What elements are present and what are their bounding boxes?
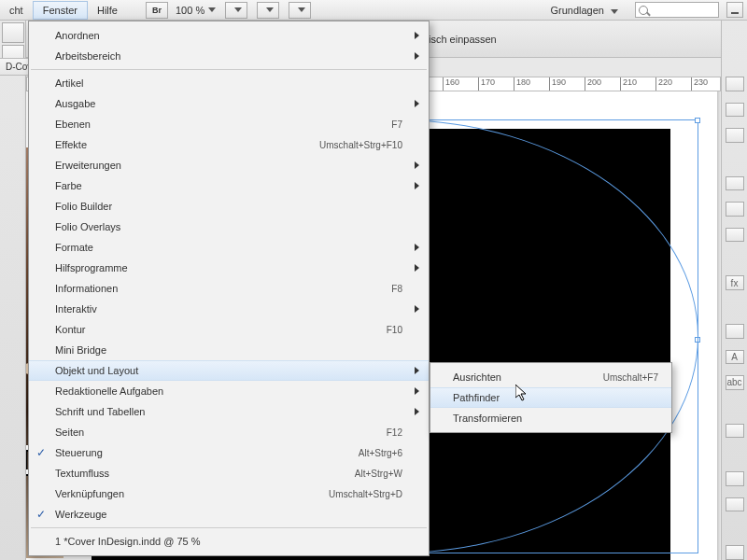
menu-item-label: Folio Overlays xyxy=(55,221,402,232)
menu-item-label: Ebenen xyxy=(55,119,391,130)
menu-shortcut: Umschalt+F7 xyxy=(603,372,658,383)
menu-item-label: Informationen xyxy=(55,283,391,294)
menu-item[interactable]: KonturF10 xyxy=(29,319,429,340)
ruler-tick: 210 xyxy=(620,77,637,91)
paragraph-panel-icon[interactable] xyxy=(726,324,744,339)
minimize-button[interactable] xyxy=(726,2,743,18)
color-panel-icon[interactable] xyxy=(726,202,744,217)
align-panel-icon[interactable] xyxy=(726,471,744,486)
menu-item[interactable]: Arbeitsbereich xyxy=(29,46,429,66)
submenu-item-label: Pathfinder xyxy=(453,392,658,403)
swatches-panel-icon[interactable] xyxy=(726,228,744,243)
menu-item[interactable]: Interaktiv xyxy=(29,299,429,319)
submenu-arrow-icon xyxy=(415,161,419,169)
pathfinder-panel-icon[interactable] xyxy=(726,497,744,512)
menu-item[interactable]: Schrift und Tabellen xyxy=(29,401,429,422)
screen-mode-button[interactable] xyxy=(225,2,247,19)
menu-item-label: Verknüpfungen xyxy=(55,488,329,499)
check-icon: ✓ xyxy=(36,446,46,459)
menu-item[interactable]: Anordnen xyxy=(29,25,429,46)
menu-item[interactable]: 1 *Cover InDesign.indd @ 75 % xyxy=(29,531,429,552)
glyphs-panel-icon[interactable]: abc xyxy=(726,375,744,390)
search-icon xyxy=(639,6,648,15)
character-panel-icon[interactable]: A xyxy=(726,350,744,365)
menu-item[interactable]: SeitenF12 xyxy=(29,422,429,442)
resize-handle[interactable] xyxy=(695,118,700,123)
submenu-arrow-icon xyxy=(415,264,419,272)
tool-button[interactable] xyxy=(2,22,24,43)
menu-item-label: Effekte xyxy=(55,139,319,150)
ruler-tick: 200 xyxy=(585,77,601,91)
tools-panel xyxy=(0,21,26,560)
view-options-button[interactable] xyxy=(289,2,311,19)
menu-item-label: Mini Bridge xyxy=(55,344,402,356)
ruler-tick: 220 xyxy=(655,77,672,91)
chevron-down-icon xyxy=(266,7,274,12)
stroke-panel-icon[interactable] xyxy=(726,176,744,191)
menu-shortcut: Umschalt+Strg+D xyxy=(329,489,402,499)
menu-item-label: Artikel xyxy=(55,77,402,89)
submenu-arrow-icon xyxy=(415,32,419,39)
menu-item[interactable]: Erweiterungen xyxy=(29,155,429,175)
submenu-item[interactable]: AusrichtenUmschalt+F7 xyxy=(430,367,671,387)
menu-item-label: 1 *Cover InDesign.indd @ 75 % xyxy=(55,536,402,547)
menu-item[interactable]: Ausgabe xyxy=(29,93,429,114)
menu-item-fenster[interactable]: Fenster xyxy=(33,1,88,20)
ruler-tick: 180 xyxy=(514,77,530,91)
fenster-menu: AnordnenArbeitsbereichArtikelAusgabeEben… xyxy=(28,21,430,556)
submenu-item-label: Ausrichten xyxy=(453,371,603,383)
menu-item[interactable]: InformationenF8 xyxy=(29,278,429,299)
menu-item[interactable]: Artikel xyxy=(29,73,429,93)
menu-shortcut: F8 xyxy=(391,284,402,294)
menu-item-label: Kontur xyxy=(55,324,387,335)
pages-panel-icon[interactable] xyxy=(726,77,744,91)
check-icon: ✓ xyxy=(36,508,46,521)
effects-panel-icon[interactable]: fx xyxy=(726,275,744,290)
chevron-down-icon xyxy=(234,7,242,12)
menu-item-label: Textumfluss xyxy=(55,468,355,479)
menu-item[interactable]: Objekt und Layout xyxy=(29,360,429,381)
ruler-tick: 230 xyxy=(691,77,708,91)
submenu-item[interactable]: Transformieren xyxy=(430,408,671,428)
menu-item[interactable]: Formate xyxy=(29,237,429,258)
object-styles-panel-icon[interactable] xyxy=(726,424,744,439)
menu-item[interactable]: Hilfsprogramme xyxy=(29,258,429,278)
menu-item-label: Formate xyxy=(55,242,402,253)
menu-item[interactable]: VerknüpfungenUmschalt+Strg+D xyxy=(29,483,429,504)
zoom-picker[interactable]: 100 % xyxy=(176,5,216,16)
menu-item-label: Ausgabe xyxy=(55,98,402,109)
arrange-docs-button[interactable] xyxy=(257,2,279,19)
menu-item-label: Schrift und Tabellen xyxy=(55,406,402,417)
ruler-tick: 160 xyxy=(443,77,459,91)
menu-shortcut: F10 xyxy=(387,325,402,335)
ruler-tick: 190 xyxy=(549,77,566,91)
menu-item[interactable]: Folio Overlays xyxy=(29,217,429,237)
menu-item[interactable]: EbenenF7 xyxy=(29,114,429,134)
chevron-down-icon xyxy=(298,7,305,12)
menu-item[interactable]: Redaktionelle Aufgaben xyxy=(29,381,429,401)
bridge-button[interactable]: Br xyxy=(146,2,168,19)
menu-item-hilfe[interactable]: Hilfe xyxy=(88,2,127,19)
menu-item[interactable]: ✓Werkzeuge xyxy=(29,504,429,525)
menu-item[interactable]: ✓SteuerungAlt+Strg+6 xyxy=(29,442,429,463)
layers-panel-icon[interactable] xyxy=(726,103,744,118)
workspace-switcher[interactable]: Grundlagen xyxy=(543,3,626,18)
menu-item-truncated[interactable]: cht xyxy=(0,2,33,19)
submenu-item[interactable]: Pathfinder xyxy=(430,387,671,408)
submenu-arrow-icon xyxy=(415,408,419,415)
menu-item-label: Arbeitsbereich xyxy=(55,50,402,62)
panel-icon[interactable] xyxy=(726,545,744,560)
search-input[interactable] xyxy=(635,2,719,18)
menu-item[interactable]: EffekteUmschalt+Strg+F10 xyxy=(29,134,429,155)
menu-item-label: Werkzeuge xyxy=(55,509,402,520)
menu-item[interactable]: Farbe xyxy=(29,175,429,196)
menu-shortcut: F12 xyxy=(387,427,402,438)
menu-item[interactable]: Folio Builder xyxy=(29,196,429,217)
links-panel-icon[interactable] xyxy=(726,128,744,143)
menu-item[interactable]: Mini Bridge xyxy=(29,340,429,360)
submenu-arrow-icon xyxy=(415,100,419,107)
menu-item[interactable]: TextumflussAlt+Strg+W xyxy=(29,463,429,483)
menu-item-label: Interaktiv xyxy=(55,303,402,315)
submenu-arrow-icon xyxy=(415,182,419,189)
submenu-arrow-icon xyxy=(415,52,419,60)
